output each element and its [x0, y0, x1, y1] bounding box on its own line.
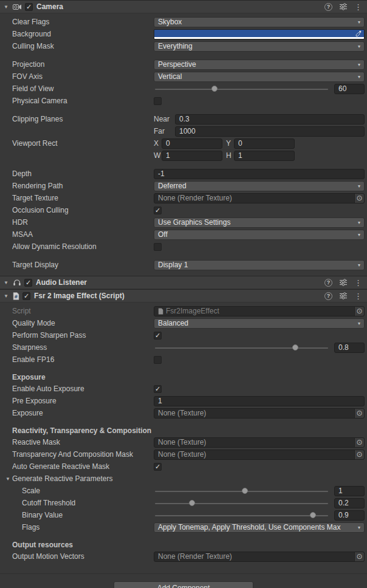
reactive-mask-object-field[interactable]: None (Texture) ⊙ — [154, 437, 365, 448]
slider-knob[interactable] — [310, 512, 316, 518]
dropdown-value: Vertical — [158, 72, 182, 81]
projection-row: Projection Perspective ▾ — [0, 58, 367, 70]
object-picker-icon[interactable]: ⊙ — [354, 307, 364, 316]
presets-icon[interactable] — [339, 279, 348, 286]
pre-exposure-label: Pre Exposure — [12, 397, 154, 405]
depth-field[interactable]: -1 — [154, 169, 365, 179]
object-picker-icon[interactable]: ⊙ — [354, 450, 364, 459]
cutoff-threshold-value[interactable]: 0.2 — [334, 498, 365, 508]
w-label: W — [154, 151, 162, 160]
clear-flags-dropdown[interactable]: Skybox ▾ — [154, 17, 365, 27]
presets-icon[interactable] — [339, 292, 348, 299]
field-of-view-value[interactable]: 60 — [334, 84, 365, 94]
viewport-h-field[interactable]: 1 — [234, 151, 295, 161]
rendering-path-dropdown[interactable]: Deferred ▾ — [154, 181, 365, 191]
help-icon[interactable]: ? — [324, 292, 332, 300]
checkmark-icon: ✓ — [155, 207, 160, 214]
chevron-down-icon: ▾ — [355, 321, 360, 326]
viewport-y-field[interactable]: 0 — [234, 138, 295, 149]
help-icon[interactable]: ? — [324, 3, 332, 11]
slider-knob[interactable] — [189, 500, 195, 506]
audio-listener-header[interactable]: ▼ ✓ Audio Listener ? ⋮ — [0, 276, 367, 289]
scale-slider[interactable] — [154, 486, 329, 496]
transparency-mask-row: Transparency And Composition Mask None (… — [0, 448, 367, 460]
slider-knob[interactable] — [292, 344, 298, 350]
cutoff-threshold-row: Cutoff Threshold 0.2 — [0, 497, 367, 509]
slider-knob[interactable] — [242, 488, 248, 494]
transparency-mask-object-field[interactable]: None (Texture) ⊙ — [154, 450, 365, 460]
camera-icon — [13, 3, 22, 10]
object-value: None (Texture) — [158, 438, 206, 446]
enable-auto-exposure-label: Enable Auto Exposure — [12, 385, 154, 393]
allow-dynamic-resolution-checkbox[interactable] — [154, 243, 162, 251]
generate-reactive-parameters-row[interactable]: ▼ Generate Reactive Parameters — [0, 473, 367, 485]
target-texture-object-field[interactable]: None (Render Texture) ⊙ — [154, 193, 365, 203]
foldout-arrow-icon[interactable]: ▼ — [4, 476, 12, 482]
physical-camera-checkbox[interactable] — [154, 97, 162, 105]
pre-exposure-field[interactable]: 1 — [154, 396, 365, 406]
culling-mask-dropdown[interactable]: Everything ▾ — [154, 41, 365, 52]
binary-value-slider[interactable] — [154, 510, 329, 521]
perform-sharpen-pass-checkbox[interactable]: ✓ — [154, 332, 162, 340]
presets-icon[interactable] — [339, 3, 348, 10]
clipping-planes-label: Clipping Planes — [12, 115, 154, 123]
output-motion-vectors-object-field[interactable]: None (Render Texture) ⊙ — [154, 552, 365, 562]
foldout-arrow-icon[interactable]: ▼ — [2, 4, 10, 10]
sharpness-slider[interactable] — [154, 343, 329, 353]
more-menu-icon[interactable]: ⋮ — [354, 292, 362, 300]
allow-dynamic-resolution-label: Allow Dynamic Resolution — [12, 242, 154, 251]
exposure-object-field[interactable]: None (Texture) ⊙ — [154, 408, 365, 419]
slider-knob[interactable] — [211, 86, 218, 92]
dropdown-value: Off — [158, 230, 168, 239]
object-picker-icon[interactable]: ⊙ — [354, 552, 364, 561]
enable-fp16-checkbox[interactable] — [154, 356, 162, 364]
scale-value[interactable]: 1 — [334, 486, 365, 496]
chevron-down-icon: ▾ — [355, 74, 360, 80]
object-picker-icon[interactable]: ⊙ — [354, 409, 364, 418]
cutoff-threshold-slider[interactable] — [154, 498, 329, 508]
physical-camera-row: Physical Camera — [0, 95, 367, 107]
sharpness-value[interactable]: 0.8 — [334, 343, 365, 353]
field-of-view-slider[interactable] — [154, 84, 329, 94]
viewport-w-field[interactable]: 1 — [162, 151, 222, 161]
enable-fp16-label: Enable FP16 — [12, 355, 154, 364]
enable-auto-exposure-row: Enable Auto Exposure ✓ — [0, 383, 367, 395]
fsr2-header[interactable]: ▼ # ✓ Fsr 2 Image Effect (Script) ? ⋮ — [0, 289, 367, 303]
audio-listener-enabled-checkbox[interactable]: ✓ — [24, 279, 32, 287]
value-text: 0 — [166, 139, 170, 148]
object-picker-icon[interactable]: ⊙ — [354, 194, 364, 203]
value-text: 1 — [158, 397, 162, 405]
culling-mask-row: Culling Mask Everything ▾ — [0, 40, 367, 52]
help-icon[interactable]: ? — [324, 279, 332, 287]
foldout-arrow-icon[interactable]: ▼ — [2, 293, 10, 299]
flags-dropdown[interactable]: Apply Tonemap, Apply Threshold, Use Comp… — [154, 522, 365, 533]
fsr2-enabled-checkbox[interactable]: ✓ — [22, 292, 30, 300]
viewport-x-field[interactable]: 0 — [162, 138, 222, 149]
far-field[interactable]: 1000 — [175, 126, 365, 137]
msaa-dropdown[interactable]: Off ▾ — [154, 230, 365, 240]
more-menu-icon[interactable]: ⋮ — [354, 3, 362, 11]
more-menu-icon[interactable]: ⋮ — [354, 279, 362, 287]
camera-enabled-checkbox[interactable]: ✓ — [25, 3, 33, 11]
foldout-arrow-icon[interactable]: ▼ — [2, 280, 10, 285]
camera-header[interactable]: ▼ ✓ Camera ? ⋮ — [0, 0, 367, 13]
value-text: 0.8 — [338, 343, 349, 352]
target-display-dropdown[interactable]: Display 1 ▾ — [154, 260, 365, 270]
eyedropper-icon[interactable] — [354, 30, 363, 37]
object-picker-icon[interactable]: ⊙ — [354, 438, 364, 447]
background-color-field[interactable] — [154, 29, 365, 39]
quality-mode-dropdown[interactable]: Balanced ▾ — [154, 318, 365, 329]
near-field[interactable]: 0.3 — [175, 114, 365, 125]
auto-generate-reactive-mask-checkbox[interactable]: ✓ — [154, 463, 162, 471]
x-label: X — [154, 139, 162, 148]
flags-label: Flags — [22, 523, 154, 532]
hdr-dropdown[interactable]: Use Graphics Settings ▾ — [154, 217, 365, 228]
projection-dropdown[interactable]: Perspective ▾ — [154, 60, 365, 70]
binary-value-value[interactable]: 0.9 — [334, 510, 365, 521]
occlusion-culling-checkbox[interactable]: ✓ — [154, 207, 162, 214]
fov-axis-dropdown[interactable]: Vertical ▾ — [154, 72, 365, 82]
value-text: 1 — [238, 151, 242, 160]
add-component-button[interactable]: Add Component — [114, 581, 253, 588]
enable-auto-exposure-checkbox[interactable]: ✓ — [154, 385, 162, 393]
viewport-rect-xy-row: Viewport Rect X 0 Y 0 — [0, 137, 367, 149]
